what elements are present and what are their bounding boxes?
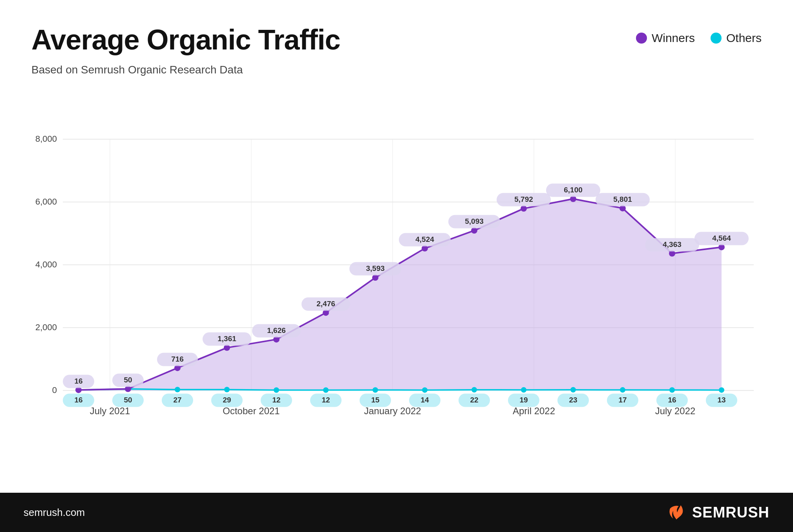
svg-text:12: 12 (322, 396, 330, 404)
semrush-logo-text: SEMRUSH (692, 504, 769, 521)
svg-text:12: 12 (272, 396, 280, 404)
winners-dot (636, 33, 647, 44)
svg-text:6,100: 6,100 (564, 186, 583, 194)
svg-text:4,564: 4,564 (712, 234, 731, 242)
svg-text:April 2022: April 2022 (513, 406, 555, 416)
svg-text:July 2022: July 2022 (655, 406, 696, 416)
svg-text:4,000: 4,000 (35, 260, 57, 269)
svg-point-32 (570, 387, 576, 393)
svg-text:0: 0 (52, 385, 57, 395)
svg-point-27 (323, 388, 329, 393)
svg-text:5,792: 5,792 (514, 195, 533, 203)
svg-point-25 (224, 387, 230, 392)
svg-text:2,476: 2,476 (316, 300, 335, 308)
svg-point-35 (719, 387, 724, 393)
svg-text:14: 14 (420, 396, 429, 404)
footer-url: semrush.com (24, 506, 85, 519)
svg-text:5,801: 5,801 (613, 195, 632, 203)
svg-text:January 2022: January 2022 (364, 406, 421, 416)
svg-point-33 (620, 387, 625, 393)
svg-text:17: 17 (618, 396, 627, 404)
svg-point-28 (373, 387, 378, 393)
legend-winners: Winners (636, 31, 695, 45)
svg-text:5,093: 5,093 (465, 217, 484, 225)
svg-text:15: 15 (371, 396, 380, 404)
footer: semrush.com SEMRUSH (0, 493, 793, 532)
semrush-logo: SEMRUSH (667, 504, 769, 521)
svg-text:1,361: 1,361 (217, 335, 236, 343)
svg-text:July 2021: July 2021 (90, 406, 130, 416)
svg-point-34 (669, 387, 675, 393)
chart-area: 0 2,000 4,000 6,000 8,000 July 2021 Octo… (31, 92, 762, 477)
chart-title: Average Organic Traffic (31, 24, 340, 56)
semrush-icon (667, 505, 687, 520)
legend-others: Others (711, 31, 762, 45)
others-dot (711, 33, 722, 44)
winners-label: Winners (652, 31, 695, 45)
svg-text:16: 16 (74, 396, 82, 404)
svg-text:2,000: 2,000 (35, 322, 57, 332)
svg-text:13: 13 (717, 396, 725, 404)
svg-point-31 (521, 387, 526, 393)
chart-svg: 0 2,000 4,000 6,000 8,000 July 2021 Octo… (31, 92, 762, 477)
svg-text:16: 16 (668, 396, 676, 404)
svg-point-30 (471, 387, 477, 393)
svg-text:8,000: 8,000 (35, 134, 57, 144)
svg-text:19: 19 (519, 396, 528, 404)
others-label: Others (726, 31, 762, 45)
svg-text:50: 50 (124, 396, 132, 404)
subtitle: Based on Semrush Organic Research Data (31, 64, 762, 76)
svg-text:23: 23 (569, 396, 577, 404)
svg-text:16: 16 (74, 377, 82, 385)
svg-text:29: 29 (223, 396, 231, 404)
svg-text:4,363: 4,363 (663, 240, 682, 249)
svg-text:22: 22 (470, 396, 478, 404)
svg-text:50: 50 (124, 376, 132, 384)
main-content: Average Organic Traffic Winners Others B… (0, 0, 793, 493)
svg-text:716: 716 (171, 355, 184, 363)
svg-point-26 (274, 388, 279, 393)
svg-point-24 (175, 387, 180, 392)
svg-text:4,524: 4,524 (415, 235, 434, 243)
svg-text:27: 27 (173, 396, 181, 404)
header-row: Average Organic Traffic Winners Others (31, 24, 762, 56)
legend: Winners Others (636, 31, 762, 45)
svg-text:6,000: 6,000 (35, 197, 57, 207)
svg-text:1,626: 1,626 (267, 326, 286, 335)
svg-text:October 2021: October 2021 (223, 406, 280, 416)
svg-point-29 (422, 387, 428, 393)
svg-text:3,593: 3,593 (366, 264, 385, 272)
